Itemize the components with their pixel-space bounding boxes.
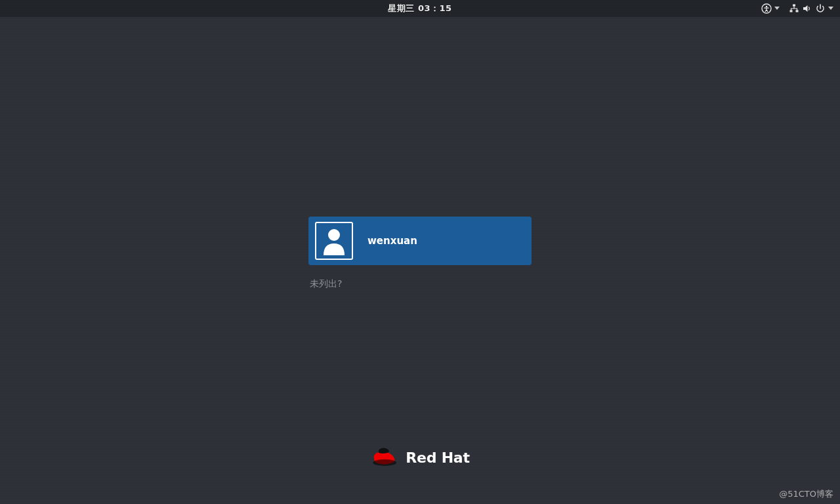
- svg-rect-4: [796, 10, 799, 12]
- svg-point-5: [328, 229, 340, 241]
- clock-text: 星期三 03：15: [388, 3, 452, 14]
- top-bar: 星期三 03：15: [0, 0, 840, 17]
- status-area: [761, 3, 833, 14]
- accessibility-menu[interactable]: [761, 3, 780, 14]
- user-icon: [321, 226, 347, 255]
- watermark: @51CTO博客: [779, 488, 833, 500]
- power-icon: [815, 3, 826, 14]
- branding: Red Hat: [370, 445, 470, 470]
- svg-rect-2: [793, 5, 795, 7]
- svg-point-6: [373, 459, 396, 466]
- brand-name: Red Hat: [406, 450, 470, 466]
- system-menu[interactable]: [789, 3, 833, 14]
- not-listed-link[interactable]: 未列出?: [310, 278, 342, 290]
- username-label: wenxuan: [368, 235, 417, 247]
- svg-point-1: [766, 6, 768, 8]
- volume-icon: [802, 3, 812, 14]
- avatar: [315, 222, 353, 260]
- login-panel: wenxuan 未列出?: [308, 217, 532, 290]
- chevron-down-icon: [828, 7, 833, 10]
- user-entry[interactable]: wenxuan: [308, 217, 532, 265]
- accessibility-icon: [761, 3, 772, 14]
- chevron-down-icon: [774, 7, 780, 10]
- network-icon: [789, 3, 799, 14]
- clock: 星期三 03：15: [388, 3, 452, 14]
- redhat-logo-icon: [370, 445, 399, 470]
- svg-rect-3: [790, 10, 793, 12]
